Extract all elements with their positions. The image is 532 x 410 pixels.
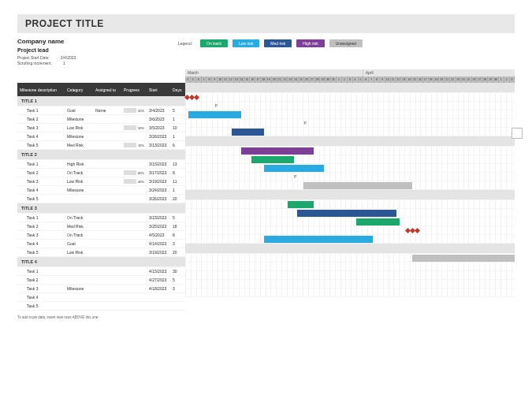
goal-marker-icon bbox=[185, 95, 199, 99]
task-days: 1 bbox=[170, 134, 185, 139]
task-label: Task 1 bbox=[17, 269, 65, 274]
day-header: 4567891011121314151617181920212223242526… bbox=[185, 76, 515, 83]
gantt-row bbox=[185, 181, 515, 190]
task-label: Task 3 bbox=[17, 179, 65, 184]
task-category: On Track bbox=[65, 215, 93, 220]
task-row[interactable]: Task 3On Track4/5/20238 bbox=[17, 231, 185, 240]
task-category: Med Risk bbox=[65, 143, 93, 147]
legend-chip-highrisk: High risk bbox=[296, 39, 324, 47]
task-row[interactable]: Task 1On Track3/23/20235 bbox=[17, 214, 185, 222]
task-label: Task 2 bbox=[17, 117, 65, 121]
task-start: 4/14/2023 bbox=[147, 241, 170, 246]
gantt-row bbox=[185, 164, 515, 173]
gantt-row bbox=[185, 280, 515, 289]
progress-bar bbox=[124, 108, 136, 113]
gantt-title-row bbox=[185, 136, 515, 147]
task-progress: 60% bbox=[121, 170, 147, 176]
task-label: Task 1 bbox=[17, 108, 65, 113]
task-start: 3/25/2023 bbox=[147, 224, 170, 229]
task-row[interactable]: Task 4Goal4/14/20233 bbox=[17, 240, 185, 248]
task-label: Task 1 bbox=[17, 215, 65, 220]
scroll-label: Scrolling increment: bbox=[17, 61, 52, 65]
gantt-bar[interactable] bbox=[188, 111, 241, 118]
gantt-bar[interactable] bbox=[251, 156, 294, 163]
task-category: Milestone bbox=[65, 117, 93, 121]
table-header: Milestone description Category Assigned … bbox=[17, 83, 185, 96]
task-start: 3/26/2023 bbox=[147, 196, 170, 201]
gantt-row bbox=[185, 271, 515, 280]
gantt-bar[interactable] bbox=[412, 255, 515, 262]
task-row[interactable]: Task 5 bbox=[17, 302, 185, 311]
task-label: Task 4 bbox=[17, 134, 65, 139]
task-row[interactable]: Task 3Low Risk40%3/19/202311 bbox=[17, 177, 185, 186]
col-assigned: Assigned to bbox=[93, 88, 121, 92]
task-days: 10 bbox=[170, 125, 185, 130]
month-2: April bbox=[363, 69, 515, 76]
progress-bar bbox=[124, 143, 136, 147]
task-row[interactable]: Task 2On Track60%3/17/20238 bbox=[17, 169, 185, 177]
task-start: 3/23/2023 bbox=[147, 215, 170, 220]
gantt-row: P bbox=[185, 173, 515, 181]
progress-bar bbox=[124, 170, 136, 175]
meta-panel: Company name Project lead Project Start … bbox=[17, 38, 175, 66]
gantt-bar[interactable] bbox=[297, 210, 396, 217]
month-1: March bbox=[185, 69, 363, 76]
col-progress: Progress bbox=[121, 88, 147, 92]
col-milestone: Milestone description bbox=[17, 88, 65, 92]
scroll-value[interactable]: 1 bbox=[63, 61, 65, 65]
task-days: 5 bbox=[170, 278, 185, 282]
task-days: 6 bbox=[170, 143, 185, 147]
gantt-row bbox=[185, 110, 515, 119]
task-row[interactable]: Task 4 bbox=[17, 293, 185, 302]
gantt-bar[interactable] bbox=[264, 165, 323, 172]
task-label: Task 3 bbox=[17, 233, 65, 237]
task-days: 13 bbox=[170, 162, 185, 166]
task-category: Milestone bbox=[65, 188, 93, 192]
gantt-bar[interactable] bbox=[356, 218, 399, 226]
task-row[interactable]: Task 1GoalName50%3/4/20235 bbox=[17, 106, 185, 115]
task-days: 11 bbox=[170, 179, 185, 184]
gantt-bar[interactable] bbox=[288, 201, 314, 208]
task-label: Task 4 bbox=[17, 295, 65, 300]
col-days: Days bbox=[170, 88, 185, 92]
gantt-row: P bbox=[185, 119, 515, 128]
task-label: Task 2 bbox=[17, 224, 65, 229]
task-row[interactable]: Task 4Milestone3/24/20231 bbox=[17, 186, 185, 195]
task-row[interactable]: Task 3Milestone4/18/20233 bbox=[17, 285, 185, 293]
progress-bar bbox=[124, 125, 136, 130]
gantt-bar[interactable] bbox=[241, 147, 314, 155]
task-label: Task 5 bbox=[17, 143, 65, 147]
task-row[interactable]: Task 3Low Risk50%3/5/202310 bbox=[17, 124, 185, 132]
section-title: TITLE 3 bbox=[17, 206, 65, 211]
task-progress: 50% bbox=[121, 125, 147, 131]
task-row[interactable]: Task 4Milestone3/26/20231 bbox=[17, 132, 185, 141]
section-title: TITLE 1 bbox=[17, 99, 65, 103]
task-days: 8 bbox=[170, 233, 185, 237]
gantt-bar[interactable] bbox=[303, 182, 412, 189]
gantt-bar[interactable] bbox=[232, 129, 265, 136]
gantt-bar[interactable] bbox=[264, 236, 373, 243]
task-row[interactable]: Task 2Med Risk3/25/202318 bbox=[17, 222, 185, 231]
task-start: 3/4/2023 bbox=[147, 108, 170, 113]
scroll-handle[interactable] bbox=[512, 128, 523, 139]
task-category: On Track bbox=[65, 233, 93, 237]
milestone-marker: P bbox=[303, 121, 306, 125]
task-row[interactable]: Task 5Low Risk3/19/202320 bbox=[17, 248, 185, 257]
task-progress: 40% bbox=[121, 179, 147, 184]
start-date-value[interactable]: 3/4/2023 bbox=[61, 55, 76, 60]
task-row[interactable]: Task 5Med Risk10%3/13/20236 bbox=[17, 141, 185, 150]
task-days: 3 bbox=[170, 241, 185, 246]
task-row[interactable]: Task 2Milestone3/6/20231 bbox=[17, 115, 185, 124]
task-row[interactable]: Task 24/27/20235 bbox=[17, 276, 185, 285]
task-row[interactable]: Task 53/26/202320 bbox=[17, 195, 185, 203]
task-label: Task 3 bbox=[17, 125, 65, 130]
gantt-row bbox=[185, 155, 515, 164]
task-category: Goal bbox=[65, 108, 93, 113]
section-title-row: TITLE 4 bbox=[17, 257, 185, 267]
task-start: 3/6/2023 bbox=[147, 117, 170, 121]
task-row[interactable]: Task 14/15/202330 bbox=[17, 267, 185, 276]
task-row[interactable]: Task 1High Risk3/15/202313 bbox=[17, 160, 185, 169]
progress-pct: 60% bbox=[138, 171, 144, 175]
gantt-row bbox=[185, 218, 515, 226]
gantt-row bbox=[185, 235, 515, 244]
